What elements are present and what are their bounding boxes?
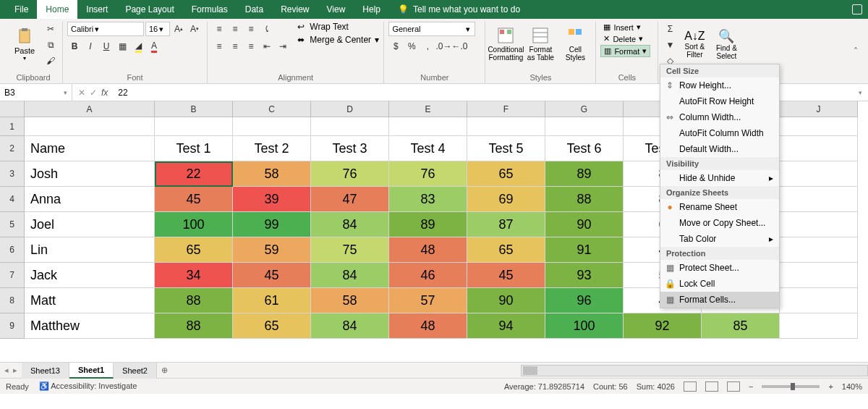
new-sheet-button[interactable]: ⊕ bbox=[157, 366, 173, 375]
sheet-nav-next[interactable]: ▸ bbox=[13, 366, 17, 375]
zoom-level[interactable]: 140% bbox=[842, 382, 862, 391]
cell-value[interactable]: 76 bbox=[311, 161, 389, 187]
cell-value[interactable]: 46 bbox=[389, 263, 467, 288]
cell-value[interactable]: 89 bbox=[545, 161, 624, 187]
cell-value[interactable]: 65 bbox=[467, 237, 545, 263]
wrap-text-button[interactable]: ↩ Wrap Text bbox=[297, 22, 379, 32]
align-right-button[interactable]: ≡ bbox=[244, 39, 258, 54]
menu-row-height[interactable]: ⇕Row Height... bbox=[660, 77, 779, 93]
cell-value[interactable]: 84 bbox=[311, 313, 389, 339]
cell-name-header[interactable]: Name bbox=[25, 136, 155, 161]
cell-test-header[interactable]: Test 1 bbox=[155, 136, 233, 161]
sheet-nav-prev[interactable]: ◂ bbox=[4, 366, 9, 375]
cell-value[interactable] bbox=[780, 187, 858, 212]
number-format-select[interactable]: General▾ bbox=[388, 22, 475, 36]
horizontal-scrollbar[interactable] bbox=[521, 365, 868, 376]
view-page-break-button[interactable] bbox=[727, 381, 740, 392]
tab-file[interactable]: File bbox=[6, 0, 37, 19]
cell[interactable] bbox=[780, 136, 858, 161]
cell-value[interactable]: 93 bbox=[545, 263, 624, 288]
copy-button[interactable]: ⧉ bbox=[43, 38, 58, 52]
tab-formulas[interactable]: Formulas bbox=[183, 0, 237, 19]
grow-font-button[interactable]: A▴ bbox=[171, 22, 186, 36]
cell-styles-button[interactable]: Cell Styles bbox=[559, 22, 591, 67]
column-header-G[interactable]: G bbox=[545, 101, 624, 117]
cell-value[interactable]: 89 bbox=[389, 212, 467, 237]
cell-name[interactable]: Anna bbox=[25, 187, 155, 212]
expand-formula-bar-button[interactable]: ▾ bbox=[853, 89, 868, 96]
menu-rename-sheet[interactable]: ●Rename Sheet bbox=[660, 199, 779, 215]
cell-value[interactable]: 90 bbox=[467, 288, 545, 313]
tab-home[interactable]: Home bbox=[37, 0, 77, 19]
cut-button[interactable]: ✂ bbox=[43, 22, 58, 36]
format-painter-button[interactable]: 🖌 bbox=[43, 54, 58, 68]
italic-button[interactable]: I bbox=[83, 39, 98, 54]
cell[interactable] bbox=[311, 117, 389, 136]
cell[interactable] bbox=[25, 117, 155, 136]
increase-decimal-button[interactable]: .0→ bbox=[436, 39, 451, 54]
cell-value[interactable]: 87 bbox=[467, 212, 545, 237]
cell-value[interactable]: 76 bbox=[389, 161, 467, 187]
cell-value[interactable]: 94 bbox=[467, 313, 545, 339]
row-header-7[interactable]: 7 bbox=[0, 263, 25, 288]
column-header-A[interactable]: A bbox=[25, 101, 155, 117]
cell-test-header[interactable]: Test 6 bbox=[545, 136, 624, 161]
menu-autofit-col[interactable]: AutoFit Column Width bbox=[660, 125, 779, 141]
cell-value[interactable]: 88 bbox=[155, 288, 233, 313]
view-page-layout-button[interactable] bbox=[705, 381, 718, 392]
column-header-C[interactable]: C bbox=[233, 101, 311, 117]
cell-name[interactable]: Matt bbox=[25, 288, 155, 313]
merge-center-button[interactable]: ⬌ Merge & Center ▾ bbox=[297, 35, 379, 45]
cell-test-header[interactable]: Test 5 bbox=[467, 136, 545, 161]
column-header-F[interactable]: F bbox=[467, 101, 545, 117]
font-name-select[interactable]: Calibri▾ bbox=[67, 22, 144, 36]
cell-value[interactable]: 47 bbox=[311, 187, 389, 212]
menu-autofit-row[interactable]: AutoFit Row Height bbox=[660, 93, 779, 109]
align-left-button[interactable]: ≡ bbox=[212, 39, 226, 54]
cell-value[interactable]: 58 bbox=[311, 288, 389, 313]
cell-value[interactable] bbox=[780, 237, 858, 263]
decrease-indent-button[interactable]: ⇤ bbox=[260, 39, 274, 54]
currency-button[interactable]: $ bbox=[388, 39, 403, 54]
cell-value[interactable] bbox=[780, 212, 858, 237]
cell-value[interactable]: 100 bbox=[545, 313, 624, 339]
window-restore-icon[interactable] bbox=[852, 4, 862, 14]
fill-button[interactable]: ▼ bbox=[663, 38, 677, 52]
tab-view[interactable]: View bbox=[318, 0, 354, 19]
cell-value[interactable]: 39 bbox=[233, 187, 311, 212]
cell-value[interactable]: 99 bbox=[233, 212, 311, 237]
cell-value[interactable]: 58 bbox=[233, 161, 311, 187]
row-header-1[interactable]: 1 bbox=[0, 117, 25, 136]
cell-value[interactable]: 92 bbox=[624, 313, 702, 339]
cell[interactable] bbox=[780, 117, 858, 136]
row-header-8[interactable]: 8 bbox=[0, 288, 25, 313]
cell-test-header[interactable]: Test 3 bbox=[311, 136, 389, 161]
row-header-6[interactable]: 6 bbox=[0, 237, 25, 263]
format-as-table-button[interactable]: Format as Table bbox=[524, 22, 556, 67]
bold-button[interactable]: B bbox=[67, 39, 82, 54]
cell-test-header[interactable]: Test 2 bbox=[233, 136, 311, 161]
cell[interactable] bbox=[545, 117, 624, 136]
paste-button[interactable]: Paste▾ bbox=[9, 22, 41, 67]
sort-filter-button[interactable]: A↓Z Sort & Filter bbox=[680, 22, 709, 67]
increase-indent-button[interactable]: ⇥ bbox=[276, 39, 290, 54]
find-select-button[interactable]: 🔍 Find & Select bbox=[712, 22, 741, 67]
select-all-corner[interactable] bbox=[0, 101, 25, 117]
sheet-tab-sheet2[interactable]: Sheet2 bbox=[114, 363, 157, 379]
menu-tab-color[interactable]: Tab Color▸ bbox=[660, 231, 779, 247]
cell-value[interactable] bbox=[780, 263, 858, 288]
cell-value[interactable] bbox=[780, 288, 858, 313]
cell[interactable] bbox=[155, 117, 233, 136]
zoom-out-button[interactable]: − bbox=[749, 382, 753, 391]
cell[interactable] bbox=[389, 117, 467, 136]
row-header-9[interactable]: 9 bbox=[0, 313, 25, 339]
menu-move-copy-sheet[interactable]: Move or Copy Sheet... bbox=[660, 215, 779, 231]
chevron-down-icon[interactable]: ▾ bbox=[64, 89, 67, 96]
cell-value[interactable] bbox=[780, 161, 858, 187]
align-bottom-button[interactable]: ≡ bbox=[244, 22, 258, 36]
cell-value[interactable]: 69 bbox=[467, 187, 545, 212]
cell-value[interactable]: 90 bbox=[545, 212, 624, 237]
cell-value[interactable]: 83 bbox=[389, 187, 467, 212]
decrease-decimal-button[interactable]: ←.0 bbox=[452, 39, 467, 54]
zoom-slider[interactable] bbox=[762, 385, 820, 388]
